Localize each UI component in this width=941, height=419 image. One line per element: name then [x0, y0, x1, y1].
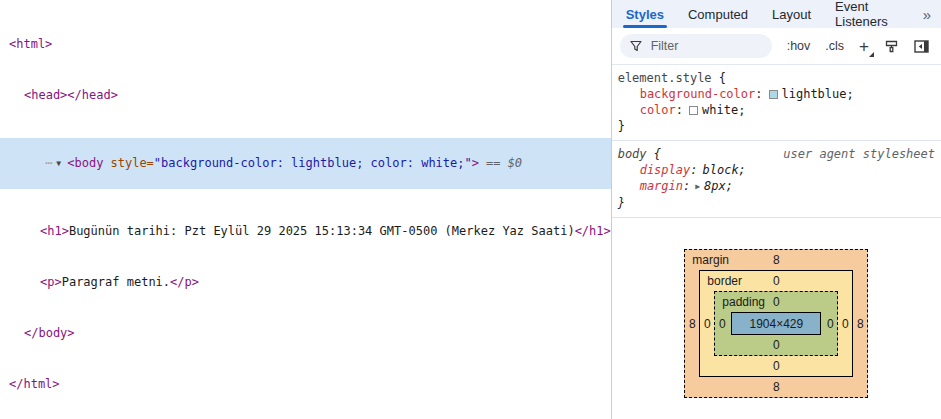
css-property[interactable]: background-color	[640, 87, 756, 101]
filter-input[interactable]	[649, 38, 762, 54]
attr-equals: =	[147, 156, 154, 170]
h1-close-tag: </h1>	[575, 224, 611, 238]
colon: :	[676, 103, 683, 117]
toggle-element-classes-button[interactable]: .cls	[825, 39, 844, 53]
box-model-section: margin 8 8 border 0 0	[612, 249, 941, 398]
tab-layout-label: Layout	[772, 7, 811, 22]
padding-top-row: padding 0	[715, 292, 837, 312]
rule-selector: body	[618, 147, 647, 161]
brush-icon[interactable]	[884, 39, 899, 54]
padding-bottom-row: 0	[715, 335, 837, 355]
box-model-diagram: margin 8 8 border 0 0	[684, 249, 868, 398]
close-brace-row: }	[618, 118, 935, 134]
tree-node-html-close[interactable]: </html>	[0, 376, 611, 393]
semicolon: ;	[738, 103, 745, 117]
expand-shorthand-icon[interactable]: ▶	[695, 182, 700, 191]
tab-styles[interactable]: Styles	[626, 0, 664, 28]
toggle-pseudo-state-button[interactable]: :hov	[787, 39, 811, 53]
css-property[interactable]: display	[640, 163, 691, 177]
tab-event-listeners-label: Event Listeners	[835, 0, 889, 29]
color-swatch[interactable]	[689, 106, 698, 115]
border-top-row: border 0	[700, 271, 852, 291]
padding-left-value[interactable]: 0	[715, 317, 729, 331]
content-box: 1904×429	[731, 312, 821, 335]
colon: :	[690, 163, 697, 177]
rule-element-style: element.style { background-color:lightbl…	[612, 65, 941, 141]
expander-down-icon[interactable]: ▼	[56, 155, 67, 172]
margin-right-value[interactable]: 8	[853, 317, 867, 331]
tree-node-body-selected[interactable]: ⋯▼<bodystyle="background-color: lightblu…	[0, 138, 611, 189]
border-bottom-value[interactable]: 0	[773, 359, 780, 373]
tree-node-body-close[interactable]: </body>	[0, 325, 611, 342]
tab-computed[interactable]: Computed	[688, 0, 748, 28]
margin-label: margin	[692, 250, 729, 270]
css-value[interactable]: block	[702, 163, 738, 177]
semicolon: ;	[847, 87, 854, 101]
padding-top-value[interactable]: 0	[773, 295, 780, 309]
devtools-window: <html> <head></head> ⋯▼<bodystyle="backg…	[0, 0, 941, 419]
css-declaration[interactable]: color:white;	[618, 102, 935, 118]
toggle-sidebar-icon[interactable]	[914, 40, 929, 53]
tab-event-listeners[interactable]: Event Listeners	[835, 0, 889, 28]
css-property[interactable]: margin	[640, 179, 683, 193]
css-rules-list: element.style { background-color:lightbl…	[612, 65, 941, 218]
tab-styles-label: Styles	[626, 7, 664, 22]
css-value[interactable]: white	[702, 103, 738, 117]
tab-layout[interactable]: Layout	[772, 0, 811, 28]
css-declaration[interactable]: display:block;	[618, 162, 935, 178]
tree-node-html-open[interactable]: <html>	[0, 36, 611, 53]
css-declaration[interactable]: margin:▶8px;	[618, 178, 935, 195]
margin-top-value[interactable]: 8	[773, 253, 780, 267]
sidebar-tabbar: Styles Computed Layout Event Listeners »	[612, 0, 941, 28]
body-attr-value: "background-color: lightblue; color: whi…	[154, 156, 472, 170]
close-brace: }	[618, 196, 625, 210]
body-attr-name: style	[110, 156, 146, 170]
new-style-rule-button[interactable]: +	[859, 38, 869, 55]
html-close-tag: </html>	[9, 377, 60, 391]
tree-node-head[interactable]: <head></head>	[0, 87, 611, 104]
css-value[interactable]: 8px	[704, 179, 726, 193]
padding-bottom-value[interactable]: 0	[773, 338, 780, 352]
css-property[interactable]: color	[640, 103, 676, 117]
rule-header: body { user agent stylesheet	[618, 146, 935, 162]
margin-box: margin 8 8 border 0 0	[684, 249, 868, 398]
tree-node-h1[interactable]: <h1>Bugünün tarihi: Pzt Eylül 29 2025 15…	[0, 223, 611, 240]
rule-selector[interactable]: element.style	[618, 71, 712, 85]
margin-left-value[interactable]: 8	[685, 317, 699, 331]
colon: :	[755, 87, 762, 101]
margin-bottom-value[interactable]: 8	[773, 380, 780, 394]
border-bottom-row: 0	[700, 356, 852, 376]
tab-computed-label: Computed	[688, 7, 748, 22]
padding-right-value[interactable]: 0	[823, 317, 837, 331]
margin-bottom-row: 8	[685, 377, 867, 397]
border-right-value[interactable]: 0	[838, 317, 852, 331]
padding-box: padding 0 0 1904×429 0	[714, 291, 838, 356]
body-open-tag: <body	[67, 156, 103, 170]
selected-node-hint: == $0	[486, 156, 522, 170]
open-brace: {	[654, 147, 661, 161]
node-overflow-dots-icon[interactable]: ⋯	[45, 155, 56, 172]
close-brace: }	[618, 119, 625, 133]
style-filter[interactable]	[620, 34, 772, 58]
stylesheet-origin: user agent stylesheet	[783, 146, 935, 162]
color-swatch[interactable]	[769, 90, 778, 99]
css-value[interactable]: lightblue	[782, 87, 847, 101]
styles-sidebar: Styles Computed Layout Event Listeners »…	[612, 0, 941, 419]
border-left-value[interactable]: 0	[700, 317, 714, 331]
more-tabs-chevron-icon[interactable]: »	[913, 0, 941, 28]
css-declaration[interactable]: background-color:lightblue;	[618, 86, 935, 102]
border-label: border	[707, 271, 742, 291]
p-close-tag: </p>	[170, 275, 199, 289]
html-open-tag: <html>	[9, 37, 52, 51]
open-brace: {	[719, 71, 726, 85]
close-brace-row: }	[618, 195, 935, 211]
h1-text: Bugünün tarihi: Pzt Eylül 29 2025 15:13:…	[69, 224, 575, 238]
semicolon: ;	[726, 179, 733, 193]
tree-node-p[interactable]: <p>Paragraf metni.</p>	[0, 274, 611, 291]
filter-funnel-icon	[630, 40, 642, 52]
p-text: Paragraf metni.	[62, 275, 170, 289]
border-top-value[interactable]: 0	[773, 274, 780, 288]
head-tag: <head></head>	[24, 88, 118, 102]
margin-top-row: margin 8	[685, 250, 867, 270]
body-open-tag-close: >	[472, 156, 479, 170]
